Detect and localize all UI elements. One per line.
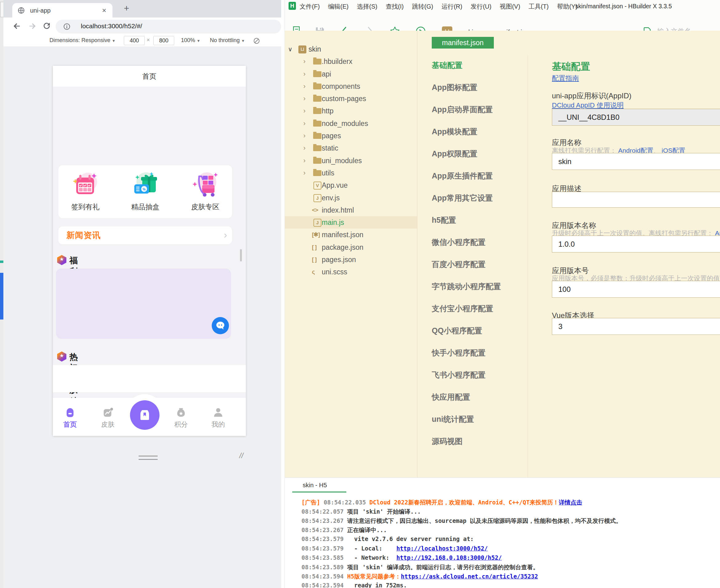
welfare-panel[interactable] [56,269,231,339]
version-name-input[interactable]: 1.0.0 [552,236,720,253]
section-字节跳动小程序配置[interactable]: 字节跳动小程序配置 [432,281,501,291]
tree-folder-pages[interactable]: ›pages [285,130,417,142]
section-App图标配置[interactable]: App图标配置 [432,82,477,92]
menu-item-文件(F)[interactable]: 文件(F) [300,2,320,11]
throttling-select[interactable]: No throttling ▼ [210,37,245,44]
section-微信小程序配置[interactable]: 微信小程序配置 [432,237,486,247]
tree-file-env.js[interactable]: Jenv.js [285,192,417,204]
chat-fab-button[interactable] [212,317,229,334]
phone-viewport: 首页 [53,66,246,436]
tree-folder-components[interactable]: ›components [285,80,417,92]
tree-file-package.json[interactable]: [ ]package.json [285,241,417,253]
tree-folder-uni_modules[interactable]: ›uni_modules [285,154,417,167]
tree-folder-custom-pages[interactable]: ›custom-pages [285,92,417,105]
section-飞书小程序配置[interactable]: 飞书小程序配置 [432,370,486,380]
menu-item-选择(S)[interactable]: 选择(S) [357,2,377,11]
folder-icon [313,158,322,164]
tree-folder-.hbuilderx[interactable]: ›.hbuilderx [285,55,417,68]
section-App常用其它设置[interactable]: App常用其它设置 [432,193,493,203]
app-name-input[interactable]: skin [552,153,720,170]
tab-close-icon[interactable]: × [102,6,106,15]
dimensions-select[interactable]: Dimensions: Responsive ▼ [49,37,116,44]
tree-folder-static[interactable]: ›static [285,142,417,154]
forward-icon[interactable] [27,21,37,31]
config-guide-link[interactable]: 配置指南 [552,74,579,83]
device-height-input[interactable]: 800 [153,36,174,45]
menu-item-跳转(G)[interactable]: 跳转(G) [412,2,433,11]
menu-item-工具(T)[interactable]: 工具(T) [529,2,549,11]
file-label: manifest.json [322,229,364,241]
tree-folder-api[interactable]: ›api [285,68,417,80]
new-tab-icon[interactable]: + [124,3,129,14]
uniapp-project-icon: ⊔ [299,45,306,54]
version-code-input[interactable]: 100 [552,281,720,298]
menu-item-帮助(Y)[interactable]: 帮助(Y) [557,2,577,11]
tree-file-pages.json[interactable]: [ ]pages.json [285,253,417,266]
section-App启动界面配置[interactable]: App启动界面配置 [432,104,493,114]
section-基础配置[interactable]: 基础配置 [432,60,462,70]
console-text: 08:54:22.035 [324,499,369,506]
tree-file-index.html[interactable]: <>index.html [285,204,417,216]
back-icon[interactable] [12,21,22,31]
app-desc-textarea[interactable] [552,192,720,208]
console-line: 08:54:23.579 vite v2.7.6 dev server runn… [302,536,474,542]
tabbar-center-fab[interactable] [130,400,160,430]
console-line: 08:54:23.594 ready in 752ms. [302,582,407,588]
phone-scrollbar[interactable] [240,249,242,261]
corner-resize-icon[interactable]: // [239,451,244,460]
menu-item-发行(U)[interactable]: 发行(U) [471,2,491,11]
menu-item-运行(R)[interactable]: 运行(R) [441,2,462,11]
vue-version-select[interactable]: 3 [552,318,720,335]
section-uni统计配置[interactable]: uni统计配置 [432,414,474,424]
appid-input[interactable]: __UNI__4C8D1B0 [552,109,720,126]
chevron-right-icon: › [303,117,306,130]
section-支付宝小程序配置[interactable]: 支付宝小程序配置 [432,303,493,313]
tree-folder-utils[interactable]: ›utils [285,167,417,179]
tree-file-App.vue[interactable]: VApp.vue [285,179,417,191]
tab-home[interactable]: 首页 [56,407,84,429]
tab-profile[interactable]: 我的 [204,407,232,429]
tree-root-skin[interactable]: ∨⊔skin [285,43,417,55]
section-h5配置[interactable]: h5配置 [432,215,456,225]
edge-scrollbar-fragment[interactable] [0,273,3,319]
site-info-icon[interactable] [63,23,71,30]
zoom-select[interactable]: 100% ▼ [181,37,200,44]
news-banner[interactable]: 新闻资讯 › [58,226,232,244]
quick-action-skin-zone[interactable]: 皮肤专区 [184,170,227,212]
section-App权限配置[interactable]: App权限配置 [432,149,477,159]
device-width-input[interactable]: 400 [124,36,145,45]
device-resize-handle[interactable] [139,456,158,460]
section-百度小程序配置[interactable]: 百度小程序配置 [432,259,486,269]
section-App模块配置[interactable]: App模块配置 [432,127,477,136]
menu-item-编辑(E)[interactable]: 编辑(E) [328,2,349,11]
console-link[interactable]: 详情点击 [559,499,582,506]
tree-folder-node_modules[interactable]: ›node_modules [285,117,417,130]
quick-action-signin[interactable]: 签到有礼 [64,170,107,212]
tree-folder-http[interactable]: ›http [285,105,417,117]
tree-file-uni.scss[interactable]: ςuni.scss [285,266,417,278]
tree-file-manifest.json[interactable]: [✱]manifest.json [285,229,417,241]
browser-tab[interactable]: uni-app × [12,3,112,18]
chevron-right-icon: › [303,142,306,154]
console-link[interactable]: http://192.168.0.108:3000/h52/ [396,554,502,561]
tab-points[interactable]: 积分 [167,407,195,429]
quick-action-boxes[interactable]: % 精品抽盒 [124,170,167,212]
reload-icon[interactable] [42,21,51,30]
url-bar[interactable]: localhost:3000/h52/#/ [56,20,281,34]
tree-file-main.js[interactable]: Jmain.js [285,216,417,229]
section-App原生插件配置[interactable]: App原生插件配置 [432,171,493,181]
tab-skins[interactable]: 皮肤 [94,407,122,429]
section-快应用配置[interactable]: 快应用配置 [432,392,470,402]
console-link[interactable]: https://ask.dcloud.net.cn/article/35232 [401,573,538,580]
folder-icon [313,96,322,102]
section-QQ小程序配置[interactable]: QQ小程序配置 [432,326,482,335]
console-tab[interactable]: skin - H5 [303,482,327,489]
menu-item-视图(V)[interactable]: 视图(V) [500,2,520,11]
no-throttle-icon[interactable] [253,37,260,45]
menu-item-查找(I)[interactable]: 查找(I) [386,2,404,11]
editor-file-tab[interactable]: manifest.json [432,37,494,48]
section-快手小程序配置[interactable]: 快手小程序配置 [432,348,486,358]
console-line: 08:54:23.579 - Local: http://localhost:3… [302,545,488,552]
section-源码视图[interactable]: 源码视图 [432,436,462,446]
console-link[interactable]: http://localhost:3000/h52/ [396,545,488,552]
